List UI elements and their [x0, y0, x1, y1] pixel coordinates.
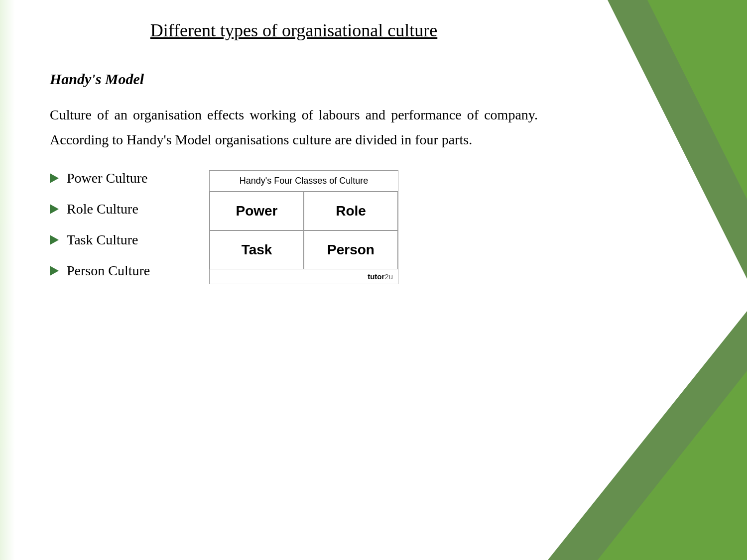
main-content: Different types of organisational cultur…	[0, 0, 598, 314]
bullet-label: Person Culture	[67, 263, 150, 279]
bullet-arrow-icon	[50, 235, 59, 245]
two-column-section: Power Culture Role Culture Task Culture …	[50, 170, 538, 294]
handy-cell-role: Role	[304, 192, 398, 230]
bullet-arrow-icon	[50, 204, 59, 214]
body-paragraph: Culture of an organisation effects worki…	[50, 103, 538, 153]
deco-top-right-inner	[647, 0, 747, 199]
list-item: Power Culture	[50, 170, 189, 186]
bullet-label: Power Culture	[67, 170, 148, 186]
culture-bullet-list: Power Culture Role Culture Task Culture …	[50, 170, 189, 294]
bullet-label: Role Culture	[67, 201, 138, 217]
handy-table-footer: tutor2u	[210, 269, 398, 284]
bullet-label: Task Culture	[67, 232, 138, 248]
list-item: Task Culture	[50, 232, 189, 248]
handy-cell-task: Task	[210, 230, 304, 269]
deco-bottom-right-inner	[598, 371, 747, 560]
page-title: Different types of organisational cultur…	[50, 20, 538, 41]
bullet-arrow-icon	[50, 266, 59, 276]
deco-bottom-right	[548, 311, 747, 560]
handy-table: Handy's Four Classes of Culture Power Ro…	[209, 170, 398, 284]
tutor2u-suffix: 2u	[384, 272, 393, 281]
tutor2u-label: tutor	[368, 272, 384, 281]
handy-cell-power: Power	[210, 192, 304, 230]
handy-cell-person: Person	[304, 230, 398, 269]
deco-top-right	[608, 0, 747, 279]
model-heading: Handy's Model	[50, 71, 538, 88]
handy-table-header: Handy's Four Classes of Culture	[210, 171, 398, 192]
list-item: Role Culture	[50, 201, 189, 217]
bullet-arrow-icon	[50, 173, 59, 183]
list-item: Person Culture	[50, 263, 189, 279]
handy-table-grid: Power Role Task Person	[210, 192, 398, 269]
